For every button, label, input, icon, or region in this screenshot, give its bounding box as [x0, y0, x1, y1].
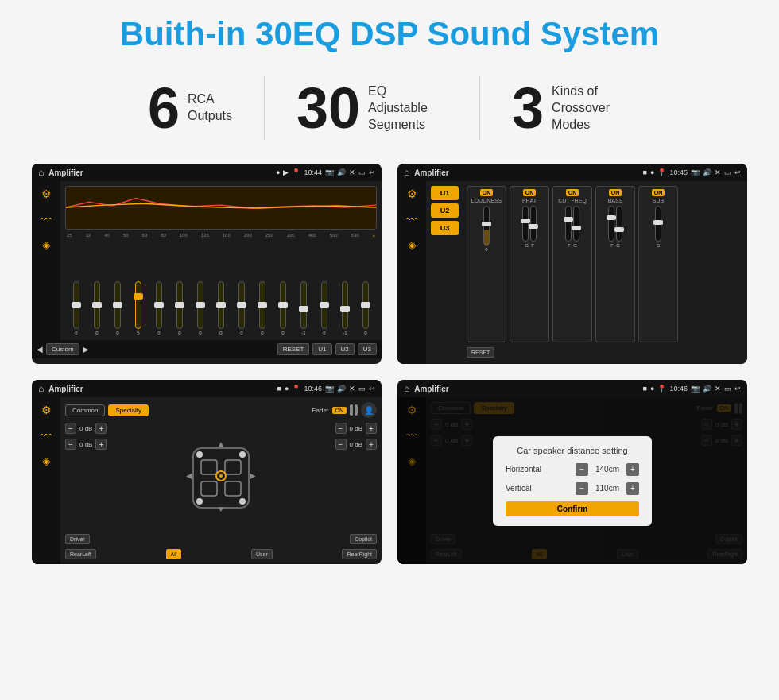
rearleft-btn[interactable]: RearLeft: [65, 549, 96, 559]
crossover-status-icons: ■ ● 📍 10:45 📷 🔊 ✕ ▭ ↩: [643, 168, 741, 176]
prev-arrow[interactable]: ◀: [37, 345, 43, 354]
eq-icon-3[interactable]: ⚙: [41, 404, 52, 416]
vertical-plus-btn[interactable]: +: [626, 482, 639, 495]
cutfreq-slider-f[interactable]: [565, 206, 572, 242]
cam-icon2: 📷: [691, 168, 700, 176]
dialog-screen-container: ⌂ Amplifier ■ ● 📍 10:46 📷 🔊 ✕ ▭ ↩ ⚙ 〰 ◈: [397, 380, 747, 564]
speaker-icon-2[interactable]: ◈: [408, 238, 417, 251]
battery-icon: ▭: [358, 168, 366, 176]
driver-btn[interactable]: Driver: [65, 534, 90, 544]
expand-icon[interactable]: »: [373, 233, 375, 238]
stat-text-rca: RCAOutputs: [188, 91, 232, 125]
sub-slider[interactable]: [655, 206, 661, 242]
u-buttons-group: U1 U2 U3: [431, 186, 459, 359]
volume-icon: 🔊: [337, 168, 346, 176]
x-icon: ✕: [349, 168, 355, 176]
speaker-icon-3[interactable]: ◈: [42, 454, 51, 467]
horizontal-minus-btn[interactable]: −: [576, 463, 588, 476]
cutfreq-on[interactable]: ON: [566, 189, 579, 196]
u1-button[interactable]: U1: [431, 186, 459, 200]
fader-bottom-buttons-2: RearLeft All User RearRight: [65, 549, 377, 559]
horizontal-plus-btn[interactable]: +: [626, 463, 639, 476]
speaker-icon[interactable]: ◈: [42, 238, 51, 251]
confirm-button[interactable]: Confirm: [506, 501, 639, 516]
next-arrow[interactable]: ▶: [83, 345, 89, 354]
u3-btn[interactable]: U3: [358, 343, 377, 355]
phat-panel: ON PHAT G F: [510, 186, 549, 342]
home-icon-2[interactable]: ⌂: [404, 167, 409, 178]
left-minus-btn-1[interactable]: −: [65, 423, 76, 434]
crossover-screen-container: ⌂ Amplifier ■ ● 📍 10:45 📷 🔊 ✕ ▭ ↩ ⚙ 〰 ◈: [397, 164, 747, 364]
bass-panel: ON BASS F G: [595, 186, 635, 342]
common-tab[interactable]: Common: [65, 404, 105, 416]
u3-button[interactable]: U3: [431, 221, 459, 235]
eq-slider-8: 0: [211, 281, 231, 335]
back-icon2[interactable]: ↩: [734, 168, 741, 176]
eq-slider-15: 0: [356, 281, 375, 335]
stat-number-crossover: 3: [512, 79, 544, 137]
bass-slider-f[interactable]: [608, 206, 614, 242]
bass-slider-g[interactable]: [616, 206, 622, 242]
eq-status-bar: ⌂ Amplifier ● ▶ 📍 10:44 📷 🔊 ✕ ▭ ↩: [32, 164, 382, 181]
eq-status-icons: ● ▶ 📍 10:44 📷 🔊 ✕ ▭ ↩: [276, 168, 375, 176]
back-icon3[interactable]: ↩: [369, 385, 375, 393]
u1-btn[interactable]: U1: [312, 343, 331, 355]
phat-slider-f[interactable]: [530, 206, 537, 242]
fader-on-badge[interactable]: ON: [332, 407, 347, 414]
dot-icon4: ●: [650, 385, 654, 393]
back-icon4[interactable]: ↩: [734, 385, 741, 393]
x-icon4: ✕: [715, 385, 721, 393]
stat-eq: 30 EQ AdjustableSegments: [265, 79, 479, 137]
user-btn[interactable]: User: [251, 549, 273, 559]
play-icon: ▶: [283, 168, 289, 176]
sub-label: SUB: [653, 198, 664, 203]
fader-left-sidebar: ⚙ 〰 ◈: [32, 397, 60, 564]
eq-slider-6: 0: [170, 281, 189, 335]
vol-icon3: 🔊: [337, 385, 346, 393]
eq-icon[interactable]: ⚙: [41, 188, 52, 200]
bass-on[interactable]: ON: [609, 189, 622, 196]
fader-status-bar: ⌂ Amplifier ■ ● 📍 10:46 📷 🔊 ✕ ▭ ↩: [32, 380, 382, 397]
fader-text: Fader: [312, 407, 329, 414]
svg-point-13: [239, 451, 246, 458]
loudness-on[interactable]: ON: [480, 189, 494, 196]
stat-number-eq: 30: [296, 79, 360, 137]
left-minus-btn-2[interactable]: −: [65, 439, 76, 450]
custom-btn[interactable]: Custom: [46, 343, 79, 355]
right-minus-btn-2[interactable]: −: [335, 439, 347, 450]
u2-btn[interactable]: U2: [335, 343, 355, 355]
loudness-slider[interactable]: [483, 206, 490, 246]
sub-on[interactable]: ON: [652, 189, 665, 196]
stats-row: 6 RCAOutputs 30 EQ AdjustableSegments 3 …: [32, 76, 747, 140]
wave-icon-3[interactable]: 〰: [41, 429, 52, 442]
home-icon-3[interactable]: ⌂: [38, 383, 44, 394]
specialty-tab[interactable]: Specialty: [108, 404, 148, 416]
vertical-minus-btn[interactable]: −: [576, 482, 588, 495]
wave-icon[interactable]: 〰: [41, 213, 52, 226]
left-vol-row-2: − 0 dB +: [65, 439, 107, 450]
home-icon[interactable]: ⌂: [38, 167, 44, 178]
copilot-btn[interactable]: Copilot: [350, 534, 377, 544]
right-vol-row-1: − 0 dB +: [335, 423, 377, 434]
pin-icon3: 📍: [292, 385, 300, 393]
stat-text-eq: EQ AdjustableSegments: [368, 83, 448, 133]
right-plus-btn-1[interactable]: +: [366, 423, 377, 434]
wave-icon-2[interactable]: 〰: [406, 213, 417, 226]
cutfreq-slider-g[interactable]: [573, 206, 579, 242]
person-icon[interactable]: 👤: [361, 402, 377, 418]
u2-button[interactable]: U2: [431, 203, 459, 218]
rearright-btn[interactable]: RearRight: [342, 549, 377, 559]
all-btn[interactable]: All: [166, 549, 182, 559]
home-icon-4[interactable]: ⌂: [404, 383, 409, 394]
back-icon[interactable]: ↩: [369, 168, 375, 176]
phat-slider-g[interactable]: [522, 206, 529, 242]
reset-btn[interactable]: RESET: [277, 343, 310, 355]
right-plus-btn-2[interactable]: +: [366, 439, 377, 450]
crossover-reset-btn[interactable]: RESET: [467, 347, 494, 358]
right-minus-btn-1[interactable]: −: [335, 423, 347, 434]
dot-icon2: ●: [650, 168, 654, 176]
left-plus-btn-1[interactable]: +: [95, 423, 107, 434]
left-plus-btn-2[interactable]: +: [95, 439, 107, 450]
eq-icon-2[interactable]: ⚙: [407, 188, 417, 200]
phat-on[interactable]: ON: [523, 189, 537, 196]
